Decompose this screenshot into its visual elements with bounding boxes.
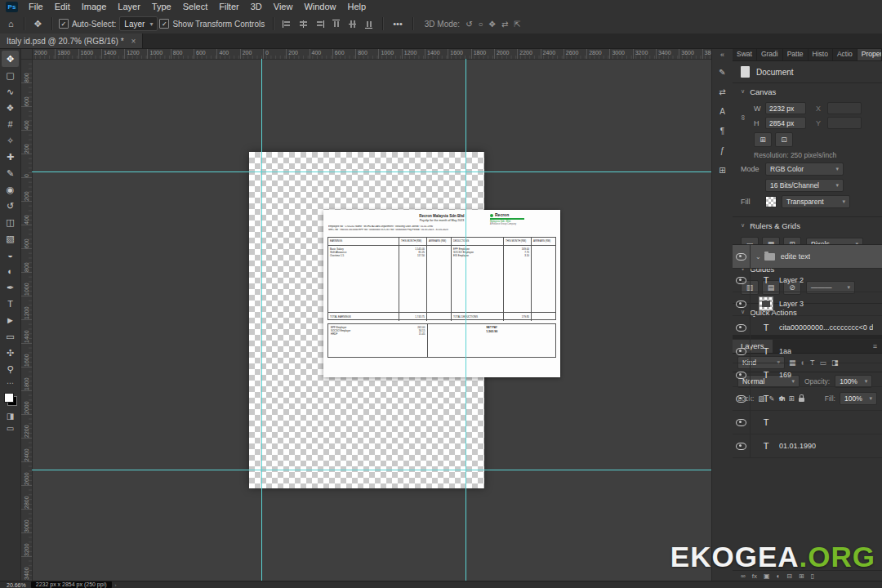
text-layer-thumbnail[interactable]: T — [759, 415, 773, 430]
symmetry-panel-icon[interactable]: ⇄ — [714, 83, 731, 100]
panel-tab[interactable]: Histo — [808, 48, 833, 60]
vertical-guide[interactable] — [261, 59, 262, 581]
type-tool[interactable]: T — [2, 296, 19, 312]
styles-panel-icon[interactable]: ƒ — [714, 142, 731, 159]
layer-name[interactable]: cita00000000...cccccccc<0 d — [779, 323, 873, 332]
menu-item[interactable]: Layer — [112, 0, 146, 14]
layer-name[interactable]: Layer 2 — [779, 276, 804, 284]
edit-toolbar-icon[interactable]: ⋯ — [7, 379, 14, 387]
adjustment-layer-icon[interactable]: ◐ — [777, 572, 781, 580]
layer-row[interactable]: ⌄ T m — [733, 387, 882, 411]
layer-name[interactable]: m — [779, 394, 786, 403]
align-left-icon[interactable] — [282, 20, 292, 29]
group-chevron-icon[interactable]: ⌄ — [755, 253, 761, 261]
zoom-tool[interactable]: ⚲ — [2, 361, 19, 377]
quick-mask-icon[interactable]: ◨ — [7, 412, 14, 421]
link-layers-icon[interactable]: ∞ — [741, 572, 746, 580]
drag-3d-icon[interactable]: ✥ — [489, 20, 496, 29]
layer-row[interactable]: ⌄ T Layer 2 — [733, 269, 882, 292]
grid-panel-icon[interactable]: ⊞ — [714, 162, 731, 179]
vertical-ruler[interactable]: 8006004002000200400600800100012001400160… — [21, 59, 33, 581]
paragraph-panel-icon[interactable]: ¶ — [714, 122, 731, 140]
menu-item[interactable]: Image — [76, 0, 113, 14]
blur-tool[interactable]: ◒ — [2, 247, 19, 263]
payslip-document[interactable]: Recron Malaysia Sdn Bhd Payslip for the … — [323, 210, 560, 377]
quick-selection-tool[interactable]: ❖ — [2, 100, 19, 116]
menu-item[interactable]: Select — [177, 0, 214, 14]
layer-row[interactable]: ⌄ T — [733, 411, 882, 434]
visibility-toggle[interactable] — [733, 292, 751, 315]
text-layer-thumbnail[interactable]: T — [759, 368, 773, 382]
ruler-origin-corner[interactable] — [21, 48, 33, 60]
layer-name[interactable]: 01.01.1990 — [779, 442, 816, 450]
layer-name[interactable]: 1aa — [779, 347, 791, 355]
visibility-toggle[interactable] — [733, 434, 751, 457]
screen-mode-icon[interactable]: ▭ — [7, 424, 14, 433]
align-middle-icon[interactable] — [347, 20, 358, 29]
character-panel-icon[interactable]: A — [714, 103, 731, 120]
canvas-section-header[interactable]: ∨ Canvas — [733, 83, 882, 100]
auto-select-target-select[interactable]: Layer ▾ — [119, 16, 158, 31]
history-brush-tool[interactable]: ↺ — [2, 198, 19, 214]
visibility-toggle[interactable] — [733, 340, 751, 363]
rulers-grids-header[interactable]: ∨ Rulers & Grids — [733, 217, 882, 234]
layer-row[interactable]: ⌄ T 01.01.1990 — [733, 434, 882, 458]
text-layer-thumbnail[interactable]: T — [759, 344, 773, 359]
layer-name[interactable]: Layer 3 — [779, 300, 804, 308]
fill-select[interactable]: Transparent ▾ — [782, 195, 850, 208]
panel-tab[interactable]: Patte — [783, 48, 808, 60]
expand-panels-icon[interactable]: « — [720, 51, 724, 59]
menu-item[interactable]: Type — [146, 0, 177, 14]
visibility-toggle[interactable] — [733, 387, 751, 410]
text-layer-thumbnail[interactable]: T — [759, 273, 773, 287]
brushes-panel-icon[interactable]: ✎ — [714, 64, 731, 81]
pen-tool[interactable]: ✒ — [2, 279, 19, 296]
align-right-icon[interactable] — [314, 20, 325, 29]
auto-select-checkbox[interactable]: ✓ — [59, 19, 69, 29]
close-icon[interactable]: × — [131, 37, 136, 46]
path-selection-tool[interactable]: ► — [2, 312, 19, 328]
align-bottom-icon[interactable] — [363, 20, 374, 29]
visibility-toggle[interactable] — [733, 316, 751, 339]
layer-row[interactable]: ⌄ T edite text — [733, 245, 882, 269]
layer-row[interactable]: ⌄ T 169 — [733, 363, 882, 387]
eraser-tool[interactable]: ◫ — [2, 214, 19, 230]
move-tool-icon[interactable]: ✥ — [29, 19, 47, 29]
transform-controls-checkbox[interactable]: ✓ — [159, 19, 169, 29]
horizontal-guide[interactable] — [32, 172, 711, 172]
canvas-viewport[interactable]: Recron Malaysia Sdn Bhd Payslip for the … — [32, 59, 711, 581]
horizontal-guide[interactable] — [32, 470, 711, 470]
roll-3d-icon[interactable]: ○ — [479, 20, 483, 29]
color-swatches[interactable] — [4, 393, 17, 406]
brush-tool[interactable]: ✎ — [2, 165, 19, 181]
panel-tab[interactable]: Gradi — [757, 48, 783, 60]
tab-properties[interactable]: Properties — [858, 48, 882, 60]
menu-item[interactable]: Filter — [213, 0, 244, 14]
visibility-toggle[interactable] — [733, 245, 751, 268]
align-center-horizontal-icon[interactable] — [298, 20, 309, 29]
mode-select[interactable]: RGB Color ▾ — [765, 163, 844, 176]
vertical-guide[interactable] — [466, 59, 466, 581]
zoom-level[interactable]: 20.66% — [7, 582, 26, 588]
chevron-right-icon[interactable]: › — [115, 582, 117, 587]
text-layer-thumbnail[interactable]: T — [759, 439, 773, 453]
menu-item[interactable]: Window — [298, 0, 341, 14]
shape-tool[interactable]: ▭ — [2, 328, 19, 345]
layer-row[interactable]: ⌄ T 1aa — [733, 340, 882, 363]
visibility-toggle[interactable] — [733, 411, 751, 434]
image-layer-thumbnail[interactable] — [759, 296, 773, 311]
menu-item[interactable]: 3D — [245, 0, 268, 14]
width-input[interactable]: 2232 px — [765, 102, 806, 114]
more-options-icon[interactable]: ••• — [388, 19, 408, 29]
foreground-color-swatch[interactable] — [4, 393, 14, 403]
layer-name[interactable]: edite text — [781, 252, 811, 261]
align-top-icon[interactable] — [331, 20, 341, 29]
marquee-tool[interactable]: ▢ — [2, 67, 19, 83]
menu-item[interactable]: Help — [342, 0, 372, 14]
height-input[interactable]: 2854 px — [765, 117, 806, 129]
document-tab[interactable]: Italy id.psd @ 20.7% (RGB/16) * × — [0, 33, 143, 48]
menu-item[interactable]: Edit — [49, 0, 76, 14]
layer-row[interactable]: ⌄ T cita00000000...cccccccc<0 d — [733, 316, 882, 340]
gradient-tool[interactable]: ▧ — [2, 230, 19, 247]
horizontal-ruler[interactable]: 2000180016001400120010008006004002000200… — [32, 48, 711, 60]
